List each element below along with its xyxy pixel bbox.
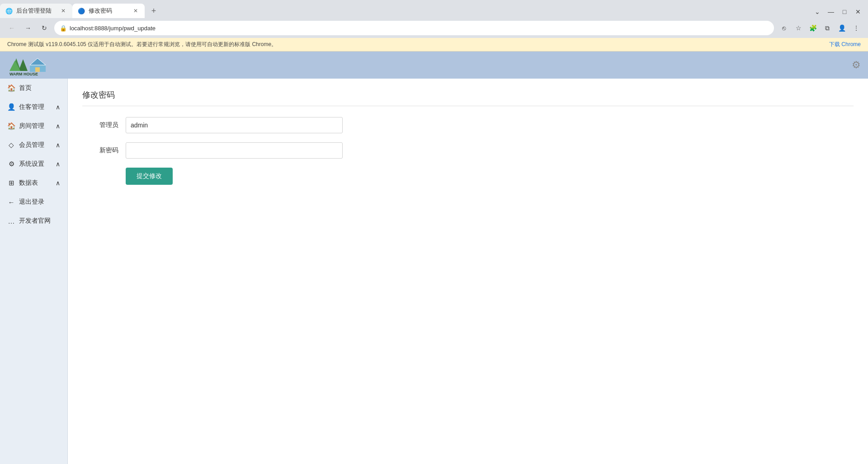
close-window-button[interactable]: ✕ [852,5,864,18]
tab-1-close[interactable]: ✕ [60,7,67,14]
app-container: WARM HOUSE ⚙ 🏠 首页 👤 住客管理 ∧ 🏠 房间管理 ∧ ◇ [0,52,868,464]
extensions-button[interactable]: 🧩 [807,22,819,34]
sidebar-item-logout-label: 退出登录 [19,198,44,206]
admin-input[interactable] [126,117,343,133]
devsite-icon: … [7,217,15,225]
tab-2-favicon: 🔵 [78,7,85,14]
address-bar-actions: ⎋ ☆ 🧩 ⧉ 👤 ⋮ [778,22,863,34]
sidebar-item-rooms-label: 房间管理 [19,122,44,130]
svg-marker-4 [30,58,46,65]
address-bar: ← → ↻ 🔒 localhost:8888/jump/pwd_update ⎋… [0,18,868,38]
home-icon: 🏠 [7,84,15,92]
tab-controls: ⌄ — □ ✕ [811,5,868,18]
tab-2-title: 修改密码 [89,7,128,15]
split-view-button[interactable]: ⧉ [821,22,834,34]
tab-bar: 🌐 后台管理登陆 ✕ 🔵 修改密码 ✕ + ⌄ — □ ✕ [0,0,868,18]
app-header: WARM HOUSE ⚙ [0,52,868,79]
settings-arrow-icon: ∧ [56,160,60,168]
sidebar-item-guests-label: 住客管理 [19,103,44,111]
url-text: localhost:8888/jump/pwd_update [70,25,769,32]
sidebar-item-devsite[interactable]: … 开发者官网 [0,211,67,230]
svg-text:WARM HOUSE: WARM HOUSE [9,72,38,76]
sidebar-item-rooms[interactable]: 🏠 房间管理 ∧ [0,117,67,136]
share-button[interactable]: ⎋ [778,22,790,34]
sidebar-item-home-label: 首页 [19,84,32,92]
sidebar-item-logout[interactable]: ← 退出登录 [0,192,67,211]
sidebar-item-data-label: 数据表 [19,179,38,187]
members-arrow-icon: ∧ [56,141,60,149]
browser-chrome: 🌐 后台管理登陆 ✕ 🔵 修改密码 ✕ + ⌄ — □ ✕ ← → ↻ 🔒 lo… [0,0,868,52]
admin-label: 管理员 [82,121,118,129]
page-content: 修改密码 管理员 新密码 提交修改 [68,79,868,464]
app-body: 🏠 首页 👤 住客管理 ∧ 🏠 房间管理 ∧ ◇ 会员管理 ∧ ⚙ 系统设置 [0,79,868,464]
sidebar-item-home[interactable]: 🏠 首页 [0,79,67,98]
tab-1-title: 后台管理登陆 [16,7,56,15]
new-password-input[interactable] [126,142,343,159]
members-icon: ◇ [7,141,15,149]
tab-1-favicon: 🌐 [5,7,13,14]
info-bar-text: Chrome 测试版 v119.0.6045.105 仅适用于自动测试。若要进行… [7,41,277,48]
svg-rect-5 [35,67,40,72]
sidebar-item-devsite-label: 开发者官网 [19,217,51,225]
bookmark-button[interactable]: ☆ [792,22,805,34]
sidebar-item-data[interactable]: ⊞ 数据表 ∧ [0,173,67,192]
new-password-label: 新密码 [82,146,118,155]
logo-area: WARM HOUSE [7,54,66,76]
sidebar-item-settings-label: 系统设置 [19,160,44,168]
maximize-button[interactable]: □ [838,5,851,18]
password-row: 新密码 [82,142,399,159]
guests-arrow-icon: ∧ [56,103,60,111]
menu-button[interactable]: ⋮ [850,22,863,34]
sidebar-item-members[interactable]: ◇ 会员管理 ∧ [0,136,67,155]
minimize-button[interactable]: — [825,5,837,18]
url-bar[interactable]: 🔒 localhost:8888/jump/pwd_update [54,21,774,35]
tab-2-close[interactable]: ✕ [132,7,139,14]
sidebar-item-members-label: 会员管理 [19,141,44,149]
lock-icon: 🔒 [60,25,67,32]
tab-2[interactable]: 🔵 修改密码 ✕ [72,4,145,18]
logo-svg: WARM HOUSE [7,54,66,76]
header-gear-icon[interactable]: ⚙ [852,59,861,71]
sidebar: 🏠 首页 👤 住客管理 ∧ 🏠 房间管理 ∧ ◇ 会员管理 ∧ ⚙ 系统设置 [0,79,68,464]
rooms-icon: 🏠 [7,122,15,130]
sidebar-item-settings[interactable]: ⚙ 系统设置 ∧ [0,155,67,173]
tab-1[interactable]: 🌐 后台管理登陆 ✕ [0,4,72,18]
admin-row: 管理员 [82,117,399,133]
logout-icon: ← [7,198,15,206]
new-tab-button[interactable]: + [146,4,161,18]
data-icon: ⊞ [7,179,15,187]
rooms-arrow-icon: ∧ [56,122,60,130]
main-content: 修改密码 管理员 新密码 提交修改 [68,79,868,464]
tab-list-button[interactable]: ⌄ [811,5,824,18]
page-title: 修改密码 [82,89,854,106]
info-bar: Chrome 测试版 v119.0.6045.105 仅适用于自动测试。若要进行… [0,38,868,52]
download-chrome-link[interactable]: 下载 Chrome [829,41,861,48]
back-button[interactable]: ← [5,22,18,34]
profile-button[interactable]: 👤 [835,22,848,34]
settings-icon: ⚙ [7,160,15,168]
change-password-form: 管理员 新密码 提交修改 [82,117,399,185]
data-arrow-icon: ∧ [56,179,60,187]
submit-button[interactable]: 提交修改 [126,168,173,185]
reload-button[interactable]: ↻ [38,22,51,34]
sidebar-item-guests[interactable]: 👤 住客管理 ∧ [0,98,67,117]
svg-marker-1 [19,59,28,71]
guests-icon: 👤 [7,103,15,111]
forward-button[interactable]: → [22,22,34,34]
submit-row: 提交修改 [82,168,399,185]
